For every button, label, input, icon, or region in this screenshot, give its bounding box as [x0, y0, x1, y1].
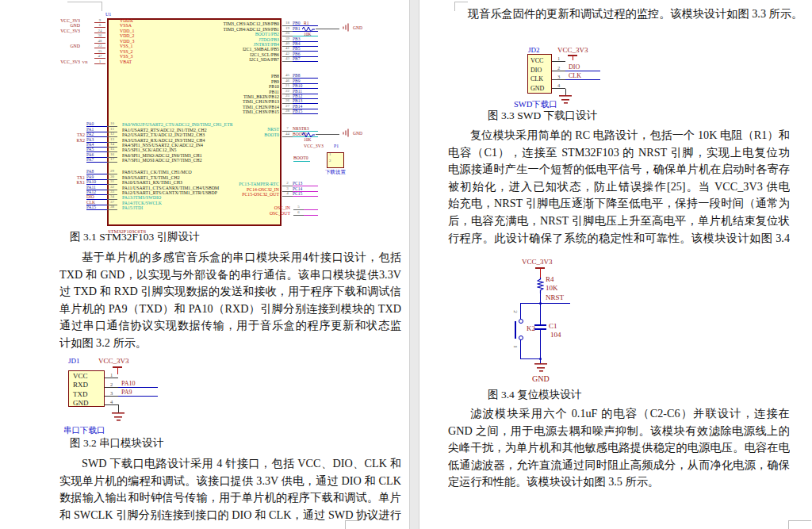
- text-line: TXD 和 GND，以实现与外部设备的串行通信。该串口模块提供3.3V 供电，通: [59, 266, 401, 284]
- text-line: 数据输入输出和时钟信号传输，用于单片机的程序下载和调试。单片机的 SWDIO: [59, 489, 401, 507]
- pc-pin-block: PC13-TAMPER-RTC 2 PC13 PC14-OSC32_IN 3 P…: [163, 182, 318, 197]
- uart-tag: TX2: [74, 132, 86, 137]
- capacitor-ref: C1: [549, 322, 557, 330]
- pin-number: 3: [105, 390, 118, 397]
- pin-row: 4: [105, 397, 158, 405]
- net-label: [304, 209, 318, 210]
- pin-name: TIM3_CH3/ADC12_IN8/PB0: [163, 21, 282, 26]
- pin-name: VSS_1: [105, 44, 132, 48]
- pin-name: BOOT1/PB2: [163, 32, 282, 36]
- pin-name: VSS_3: [105, 54, 132, 59]
- pin-name: PA5/SPI1_SCK/ADC12_IN5: [117, 148, 176, 152]
- gnd-symbol: [559, 95, 572, 104]
- net-label: PB15: [293, 109, 318, 114]
- text-line: GND 之间，用于电源去耦和噪声抑制。该模块有效滤除电源线上的高频噪声和: [448, 423, 790, 440]
- pin-name: VDDA: [105, 18, 133, 23]
- gnd-label: GND: [353, 131, 362, 136]
- pin-number: 23: [94, 44, 105, 48]
- pin-name: I2C1_SDA/PB7: [163, 57, 282, 62]
- connector-body: VCCRXDTXDGND: [68, 370, 105, 407]
- paragraph-filter-module: 滤波模块采用六个 0.1uF 的电容（C2-C6）并联设计，连接在 VCC_3V…: [448, 405, 790, 491]
- net-label: NRST: [546, 293, 564, 301]
- pin-number: 1: [552, 56, 565, 62]
- net-label: PA9: [118, 389, 158, 397]
- pin-name: PA7/SPI1_MOSI/ADC12_IN7/TIM3_CH2: [117, 158, 202, 163]
- pb-pin-block-b: PB8 45 PB8 PB9 46 PB9 PB10 21 PB10: [163, 74, 318, 114]
- connector-pin-name: GND: [73, 399, 104, 408]
- text-line: 过 TXD 和 RXD 引脚实现数据的发送和接收，用于程序下载和调试信息输出。: [59, 283, 401, 301]
- pin-name: PA15/JTDI: [117, 205, 143, 210]
- page-left: U1 STM32F103C6T6 VCC_3V3 9 VDDA GND: [0, 0, 409, 529]
- pushbutton-actuator: [515, 321, 516, 339]
- resistor-value: 10K: [546, 284, 558, 292]
- paragraph-swd-module: SWD 下载口电路设计采用 4 针接口，包括 VCC、DIO、CLK 和 GND…: [59, 455, 401, 523]
- pin-row: PA7 17 PA7/SPI1_MOSI/ADC12_IN7/TIM3_CH2: [74, 158, 280, 163]
- figure-3-1-caption: 图 3.1 STM32F103 引脚设计: [70, 230, 200, 244]
- text-line: 单片机的 PA9（TXD）和 PA10（RXD）引脚分别连接到模块的 TXD 和…: [59, 301, 401, 318]
- pin-number: 1: [105, 372, 118, 378]
- wire: [565, 89, 566, 95]
- text-line: 始充电，NRST 引脚电压逐渐下降至低电平，保持一段时间（通常为 100ms-2…: [448, 195, 790, 213]
- figure-3-4-reset-circuit: VCC_3V3 R4 10K NRST 2 K2 1 C1 104: [514, 258, 641, 393]
- wire: [540, 329, 541, 358]
- pin-row: 3 CLK: [552, 71, 600, 80]
- text-line: 计如图 3.2 所示。: [59, 335, 401, 352]
- osc-pin-block: OSC_IN 5 OSC_OUT 6: [163, 205, 318, 216]
- boot-header-assembly: VCC_3V3 P1 1 2 BOOT0 下载设置: [292, 142, 363, 177]
- gnd-symbol: [343, 24, 349, 32]
- net-label: GND: [50, 44, 80, 48]
- pin-name: BOOT0: [163, 132, 282, 137]
- net-label: PB7: [293, 56, 318, 62]
- pin-name: PA13/JTMS/SWDIO: [117, 195, 161, 200]
- text-line: 和 SWCLK 引脚分别连接到接口的 DIO 和 CLK，通过 SWD 协议进行…: [59, 507, 401, 524]
- pin-row: TIM3_CH4/ADC12_IN9/PB1 19 PB1: [163, 26, 318, 31]
- wire: [520, 303, 521, 319]
- resistor-ref: R1: [304, 21, 308, 25]
- connector-pins: 1 2 DIO 3 CLK 4: [552, 53, 600, 89]
- net-label: VCC_3V3: [50, 18, 80, 23]
- document-canvas: U1 STM32F103C6T6 VCC_3V3 9 VDDA GND: [0, 0, 812, 529]
- gnd-label: GND: [353, 25, 362, 30]
- connector-pins: 1 2 PA10 3 PA9 4: [105, 370, 158, 405]
- figure-3-4-caption: 图 3.4 复位模块设计: [488, 388, 581, 402]
- wire: [540, 303, 570, 304]
- pin-name: I2C1_SCL/PB6: [163, 52, 282, 57]
- pin-name: PA8/USART1_CK/TIM1_CH1/MCO: [117, 170, 192, 174]
- text-line: 基于单片机的多感官音乐盒的串口模块采用4针接口设计，包括VCC、RXD、: [59, 249, 401, 266]
- pin-name: PA6/SPI1_MISO/ADC12_IN6/TIM3_CH1: [117, 153, 202, 158]
- pin-row: 1: [105, 370, 158, 378]
- text-line: SWD 下载口电路设计采用 4 针接口，包括 VCC、DIO、CLK 和 GND…: [59, 455, 401, 473]
- power-net-label: VCC_3V3: [304, 144, 324, 148]
- net-label: CLK: [565, 72, 600, 80]
- switch-pin-number: 1: [512, 345, 519, 348]
- gnd-symbol: [534, 363, 547, 372]
- text-line: 定运行和性能。该模块设计如图 3.5 所示。: [448, 473, 790, 491]
- pin-name: PA4/SPI1_NSS/USART2_CK/ADC12_IN4: [117, 143, 203, 148]
- connector-pin-name: CLK: [530, 75, 551, 84]
- resistor-r1-assembly: R1 10K GND: [302, 21, 377, 42]
- net-label: BOOT0: [293, 155, 310, 162]
- pin-number: 35: [94, 49, 105, 54]
- pin-name: VSSA: [105, 23, 132, 28]
- text-line: 通过串口通信协议实现数据传输，用于音乐盒的程序更新和状态监控。该模块设: [59, 317, 401, 335]
- pin-number: 4: [282, 191, 293, 197]
- connector-body: VCCDIOCLKGND: [527, 54, 552, 94]
- pin-name: PA14/JTCK/SWCLK: [117, 201, 162, 205]
- header-designator: P1: [334, 144, 339, 148]
- pin-number: 2: [552, 65, 565, 71]
- pin-row: 2 DIO: [552, 62, 600, 71]
- gnd-symbol: [343, 129, 349, 137]
- pin-row: TIM1_CH3N/PB15 28 PB15: [163, 109, 318, 114]
- pin-name: TIM1_BKIN/PB12: [163, 94, 282, 99]
- pin-number: 1: [329, 152, 331, 156]
- net-label: PA15: [86, 205, 107, 210]
- pin-name: VBAT: [105, 59, 132, 64]
- pin-number: 2: [329, 159, 331, 163]
- pin-row: 4: [552, 80, 600, 89]
- net-label: PA10: [118, 380, 158, 388]
- switch-pin-number: 2: [512, 310, 519, 313]
- power-net-label: VCC_3V3: [98, 357, 129, 365]
- connector-pin-name: RXD: [73, 381, 104, 389]
- chip-designator: U1: [105, 12, 111, 17]
- wire: [540, 303, 541, 324]
